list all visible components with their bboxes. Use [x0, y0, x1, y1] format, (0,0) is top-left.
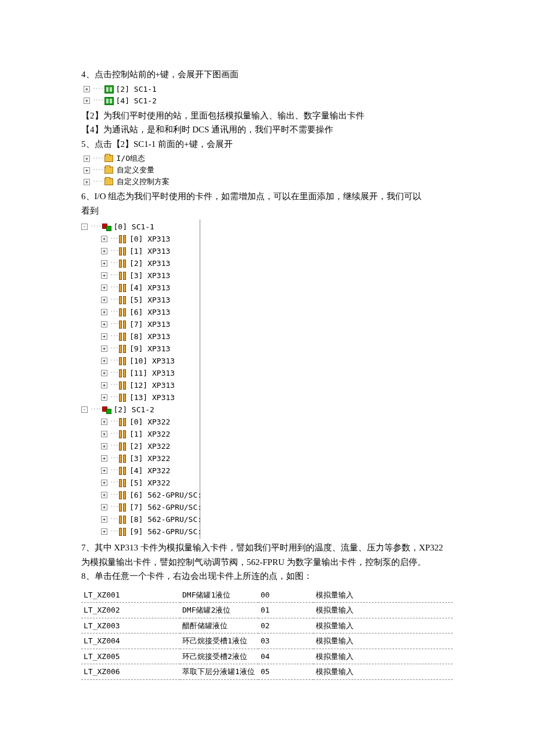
- sc-group-node[interactable]: -····[2] SC1-2: [81, 404, 200, 416]
- card-node[interactable]: +···[5] XP322: [81, 477, 200, 489]
- station-node[interactable]: +····[4] SC1-2: [84, 95, 453, 107]
- table-row[interactable]: LT_XZ001DMF储罐1液位00模拟量输入: [81, 588, 453, 603]
- table-row[interactable]: LT_XZ006萃取下层分液罐1液位05模拟量输入: [81, 664, 453, 680]
- expand-icon[interactable]: +: [101, 492, 107, 498]
- tree-connector: ···: [110, 441, 118, 451]
- card-node[interactable]: +···[12] XP313: [81, 379, 200, 391]
- expand-icon[interactable]: +: [101, 516, 107, 523]
- expand-icon[interactable]: +: [101, 382, 107, 388]
- card-node[interactable]: +···[0] XP322: [81, 416, 200, 428]
- point-tag: LT_XZ006: [81, 664, 180, 680]
- card-node[interactable]: +···[13] XP313: [81, 391, 200, 404]
- card-node[interactable]: +···[8] XP313: [81, 330, 200, 343]
- card-node[interactable]: +···[3] XP322: [81, 452, 200, 465]
- folder-node[interactable]: +····自定义变量: [84, 164, 453, 176]
- expand-icon[interactable]: +: [84, 167, 90, 174]
- folder-node[interactable]: +····自定义控制方案: [84, 176, 453, 188]
- expand-icon[interactable]: +: [101, 358, 107, 364]
- expand-icon[interactable]: +: [101, 455, 107, 462]
- expand-icon[interactable]: +: [101, 333, 107, 340]
- card-icon: [119, 235, 127, 243]
- card-node[interactable]: +···[5] XP313: [81, 294, 200, 306]
- expand-icon[interactable]: +: [101, 443, 107, 449]
- expand-icon[interactable]: +: [101, 419, 107, 425]
- point-desc: DMF储罐2液位: [180, 603, 258, 618]
- point-type: 模拟量输入: [313, 633, 453, 649]
- card-node[interactable]: +···[4] XP322: [81, 465, 200, 477]
- point-tag: LT_XZ001: [81, 588, 180, 603]
- table-row[interactable]: LT_XZ002DMF储罐2液位01模拟量输入: [81, 603, 453, 618]
- expand-icon[interactable]: +: [101, 248, 107, 254]
- card-label: [2] XP313: [129, 258, 170, 269]
- table-row[interactable]: LT_XZ003醋酐储罐液位02模拟量输入: [81, 618, 453, 633]
- expand-icon[interactable]: +: [101, 260, 107, 267]
- card-node[interactable]: +···[1] XP313: [81, 245, 200, 257]
- point-type: 模拟量输入: [313, 603, 453, 618]
- point-desc: 醋酐储罐液位: [180, 618, 258, 633]
- expand-icon[interactable]: +: [101, 370, 107, 376]
- card-node[interactable]: +···[9] XP313: [81, 343, 200, 355]
- card-node[interactable]: +···[0] XP313: [81, 233, 200, 245]
- folder-icon: [104, 155, 113, 162]
- card-node[interactable]: +···[7] 562-GPRU/SC:: [81, 501, 200, 513]
- station-node[interactable]: +····[2] SC1-1: [84, 84, 453, 95]
- expand-icon[interactable]: +: [101, 394, 107, 401]
- card-node[interactable]: +···[6] XP313: [81, 306, 200, 318]
- controller-icon: [102, 223, 111, 231]
- card-node[interactable]: +···[7] XP313: [81, 318, 200, 330]
- folder-label: 自定义控制方案: [117, 176, 169, 188]
- table-row[interactable]: LT_XZ004环己烷接受槽1液位03模拟量输入: [81, 633, 453, 649]
- expand-icon[interactable]: +: [101, 236, 107, 242]
- card-node[interactable]: +···[2] XP313: [81, 257, 200, 269]
- folder-node[interactable]: +····I/O组态: [84, 153, 453, 164]
- card-icon: [119, 296, 127, 304]
- card-icon: [119, 394, 127, 402]
- collapse-icon[interactable]: -: [81, 406, 88, 413]
- folder-label: 自定义变量: [117, 164, 154, 176]
- expand-icon[interactable]: +: [84, 86, 90, 92]
- expand-icon[interactable]: +: [84, 98, 90, 104]
- card-node[interactable]: +···[1] XP322: [81, 428, 200, 440]
- card-node[interactable]: +···[4] XP313: [81, 282, 200, 294]
- card-node[interactable]: +···[2] XP322: [81, 440, 200, 452]
- station-tree: +····[2] SC1-1+····[4] SC1-2: [84, 84, 453, 107]
- card-icon: [119, 381, 127, 390]
- card-icon: [119, 467, 127, 475]
- tree-connector: ····: [92, 165, 103, 175]
- card-label: [7] 562-GPRU/SC:: [129, 502, 202, 513]
- collapse-icon[interactable]: -: [81, 224, 88, 230]
- expand-icon[interactable]: +: [101, 431, 107, 437]
- station-icon: [104, 97, 114, 105]
- tree-connector: ····: [92, 177, 103, 187]
- expand-icon[interactable]: +: [101, 321, 107, 327]
- card-label: [6] 562-GPRU/SC:: [129, 489, 202, 501]
- expand-icon[interactable]: +: [84, 156, 90, 162]
- point-type: 模拟量输入: [313, 649, 453, 664]
- expand-icon[interactable]: +: [101, 309, 107, 315]
- card-node[interactable]: +···[8] 562-GPRU/SC:: [81, 513, 200, 525]
- paragraph-7a: 7、其中 XP313 卡件为模拟量输入卡件，譬如我们平时用到的温度、流量、压力等…: [81, 541, 453, 555]
- table-row[interactable]: LT_XZ005环己烷接受槽2液位04模拟量输入: [81, 649, 453, 664]
- card-node[interactable]: +···[11] XP313: [81, 367, 200, 379]
- point-channel: 04: [258, 649, 313, 664]
- expand-icon[interactable]: +: [84, 179, 90, 185]
- card-label: [3] XP322: [129, 453, 170, 465]
- expand-icon[interactable]: +: [101, 297, 107, 303]
- expand-icon[interactable]: +: [101, 480, 107, 486]
- point-tag: LT_XZ003: [81, 618, 180, 633]
- tree-connector: ···: [110, 271, 118, 280]
- sc-group-node[interactable]: -····[0] SC1-1: [81, 221, 200, 233]
- expand-icon[interactable]: +: [101, 504, 107, 510]
- card-node[interactable]: +···[3] XP313: [81, 269, 200, 282]
- card-node[interactable]: +···[6] 562-GPRU/SC:: [81, 489, 200, 501]
- expand-icon[interactable]: +: [101, 528, 107, 535]
- paragraph-4: 4、点击控制站前的+键，会展开下图画面: [81, 68, 453, 81]
- card-node[interactable]: +···[9] 562-GPRU/SC:: [81, 525, 200, 538]
- point-channel: 00: [258, 588, 313, 603]
- expand-icon[interactable]: +: [101, 272, 107, 279]
- card-node[interactable]: +···[10] XP313: [81, 355, 200, 367]
- expand-icon[interactable]: +: [101, 467, 107, 474]
- tree-connector: ····: [92, 96, 103, 106]
- expand-icon[interactable]: +: [101, 285, 107, 291]
- expand-icon[interactable]: +: [101, 345, 107, 352]
